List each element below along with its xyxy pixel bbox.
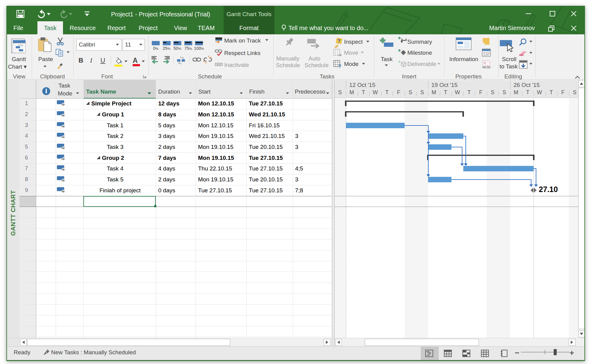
svg-text:?: ? <box>337 38 340 44</box>
svg-text:?: ? <box>338 64 341 69</box>
